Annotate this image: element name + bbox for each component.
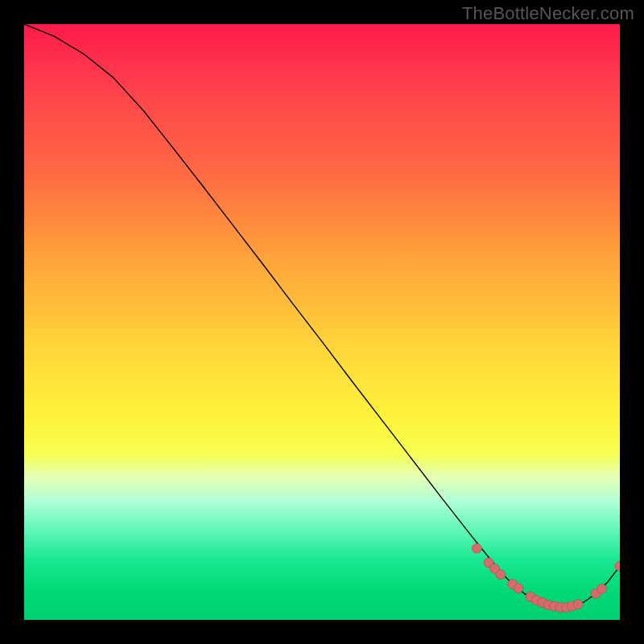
chart-svg bbox=[24, 24, 620, 620]
data-marker bbox=[496, 570, 506, 580]
data-marker bbox=[597, 584, 607, 594]
data-marker bbox=[514, 584, 523, 593]
data-markers bbox=[472, 543, 620, 612]
chart-area bbox=[24, 24, 620, 620]
curve-line bbox=[24, 24, 620, 608]
watermark-text: TheBottleNecker.com bbox=[462, 3, 634, 24]
data-marker bbox=[472, 543, 481, 553]
data-marker bbox=[615, 561, 620, 571]
data-marker bbox=[573, 600, 583, 609]
